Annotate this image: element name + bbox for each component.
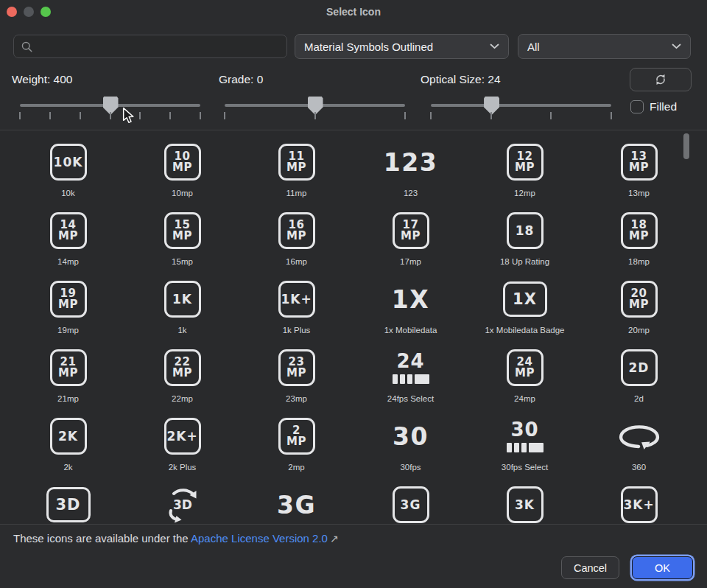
- icon-grid: 10K10k10MP10mp11MP11mp12312312MP12mp13MP…: [0, 130, 707, 525]
- icon-grid-item[interactable]: 23MP23mp: [239, 346, 354, 415]
- font-family-select[interactable]: Material Symbols Outlined: [295, 34, 509, 59]
- icon-grid-item[interactable]: 3K+: [582, 483, 696, 525]
- icon-grid-item[interactable]: 15MP15mp: [125, 209, 239, 278]
- slider-track[interactable]: [431, 104, 611, 107]
- weight-slider[interactable]: [20, 97, 200, 122]
- icon-grid-item[interactable]: 3030fps: [354, 415, 468, 483]
- icon-grid-item[interactable]: 17MP17mp: [354, 209, 468, 278]
- filled-checkbox-label: Filled: [650, 100, 677, 113]
- icon-grid-item[interactable]: 3G: [239, 483, 354, 525]
- icon-label: 360: [582, 463, 696, 472]
- window-title: Select Icon: [0, 6, 707, 18]
- search-field[interactable]: [13, 35, 287, 58]
- icon-grid-item[interactable]: 12MP12mp: [468, 141, 582, 209]
- material-symbol-icon: 22MP: [164, 349, 201, 386]
- icon-label: 11mp: [239, 189, 354, 197]
- icon-label: 18mp: [582, 257, 696, 266]
- material-symbol-icon: 2K: [50, 418, 87, 455]
- material-symbol-icon: 11MP: [278, 144, 315, 181]
- icon-grid-item[interactable]: 1818 Up Rating: [468, 209, 582, 278]
- icon-grid-item[interactable]: 21MP21mp: [11, 346, 125, 415]
- filled-checkbox[interactable]: [630, 100, 644, 113]
- chevron-down-icon: [672, 43, 681, 49]
- icon-label: 13mp: [582, 189, 696, 197]
- icon-label: 23mp: [239, 394, 354, 403]
- icon-grid-item[interactable]: 1K1k: [125, 278, 239, 346]
- icon-grid-item[interactable]: 2424fps Select: [354, 346, 468, 415]
- icon-grid-item[interactable]: 2K+2k Plus: [125, 415, 239, 483]
- icon-grid-item[interactable]: 1X1x Mobiledata Badge: [468, 278, 582, 346]
- icon-label: 2d: [582, 394, 696, 403]
- icon-label: 30fps Select: [468, 463, 582, 472]
- material-symbol-icon: 3G: [277, 493, 316, 517]
- refresh-button[interactable]: [630, 68, 692, 91]
- material-symbol-icon: 3D: [46, 487, 91, 522]
- icon-grid-item[interactable]: 11MP11mp: [239, 141, 354, 209]
- material-symbol-icon: 13MP: [621, 144, 658, 181]
- material-symbol-icon: 16MP: [278, 212, 315, 249]
- icon-grid-item[interactable]: 16MP16mp: [239, 209, 354, 278]
- icon-label: 16mp: [239, 257, 354, 266]
- material-symbol-icon: 2K+: [164, 418, 201, 455]
- filled-checkbox-row[interactable]: Filled: [630, 100, 677, 113]
- search-icon: [21, 41, 33, 53]
- icon-grid-item[interactable]: 360: [582, 415, 696, 483]
- icon-grid-item[interactable]: 3K: [468, 483, 582, 525]
- material-symbol-icon: 3K: [507, 486, 544, 523]
- optical-size-slider-label: Optical Size: 24: [421, 73, 501, 86]
- material-symbol-icon: 24: [393, 351, 429, 384]
- grade-slider[interactable]: [225, 97, 405, 122]
- icon-grid-item[interactable]: 3G: [354, 483, 468, 525]
- material-symbol-icon: 2D: [621, 349, 658, 386]
- material-symbol-icon: 24MP: [507, 349, 544, 386]
- icon-grid-item[interactable]: 123123: [354, 141, 468, 209]
- icon-grid-item[interactable]: 1K+1k Plus: [239, 278, 354, 346]
- icon-label: 17mp: [354, 257, 468, 266]
- material-symbol-icon: 14MP: [50, 212, 87, 249]
- ok-button[interactable]: OK: [632, 556, 693, 579]
- material-symbol-icon: 21MP: [50, 349, 87, 386]
- icon-grid-item[interactable]: 22MP22mp: [125, 346, 239, 415]
- icon-grid-viewport[interactable]: 10K10k10MP10mp11MP11mp12312312MP12mp13MP…: [0, 130, 707, 525]
- font-family-value: Material Symbols Outlined: [304, 41, 490, 53]
- slider-ticks: [431, 112, 611, 121]
- icon-label: 22mp: [125, 394, 239, 403]
- material-symbol-icon: 10MP: [164, 144, 201, 181]
- icon-label: 24mp: [468, 394, 582, 403]
- icon-label: 19mp: [11, 326, 125, 335]
- license-notice: These icons are available under the Apac…: [13, 532, 339, 545]
- icon-grid-item[interactable]: 10MP10mp: [125, 141, 239, 209]
- icon-grid-item[interactable]: 18MP18mp: [582, 209, 696, 278]
- icon-label: 1k Plus: [239, 326, 354, 335]
- icon-grid-item[interactable]: 2K2k: [11, 415, 125, 483]
- material-symbol-icon: 15MP: [164, 212, 201, 249]
- icon-grid-item[interactable]: 10K10k: [11, 141, 125, 209]
- material-symbol-icon: 1X: [503, 281, 547, 317]
- icon-grid-item[interactable]: 2MP2mp: [239, 415, 354, 483]
- cancel-button[interactable]: Cancel: [561, 556, 619, 579]
- icon-grid-item[interactable]: 24MP24mp: [468, 346, 582, 415]
- external-link-icon: ↗: [330, 533, 339, 545]
- optical-size-slider[interactable]: [431, 97, 611, 122]
- icon-grid-item[interactable]: 2D2d: [582, 346, 696, 415]
- icon-grid-item[interactable]: 13MP13mp: [582, 141, 696, 209]
- category-select[interactable]: All: [518, 34, 691, 59]
- icon-grid-item[interactable]: 19MP19mp: [11, 278, 125, 346]
- icon-grid-item[interactable]: 14MP14mp: [11, 209, 125, 278]
- material-symbol-icon: 12MP: [507, 144, 544, 181]
- search-input[interactable]: [38, 41, 280, 53]
- slider-ticks: [20, 112, 200, 121]
- refresh-icon: [653, 72, 668, 87]
- icon-grid-item[interactable]: 3D: [11, 483, 125, 525]
- scrollbar-thumb[interactable]: [683, 133, 689, 159]
- icon-label: 18 Up Rating: [468, 257, 582, 266]
- icon-grid-item[interactable]: 3030fps Select: [468, 415, 582, 483]
- icon-grid-item[interactable]: 20MP20mp: [582, 278, 696, 346]
- icon-grid-item[interactable]: 1X1x Mobiledata: [354, 278, 468, 346]
- icon-grid-item[interactable]: 3D: [125, 483, 239, 525]
- apache-license-link[interactable]: Apache License Version 2.0: [191, 532, 328, 545]
- icon-label: 2k: [11, 463, 125, 472]
- slider-ticks: [225, 112, 405, 121]
- icon-label: 24fps Select: [354, 394, 468, 403]
- icon-label: 14mp: [11, 257, 125, 266]
